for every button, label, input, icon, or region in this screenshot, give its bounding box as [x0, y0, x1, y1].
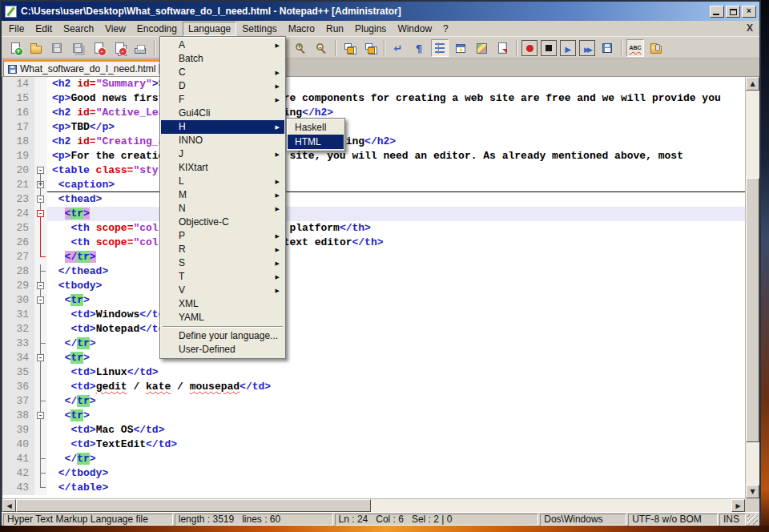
language-menu-item-f[interactable]: F▶ — [161, 93, 284, 107]
menubar-close-button[interactable]: X — [747, 22, 753, 34]
horizontal-scrollbar[interactable]: ◀ ▶ — [2, 498, 745, 512]
resize-grip[interactable] — [747, 514, 758, 525]
horizontal-scroll-thumb[interactable] — [16, 499, 371, 512]
status-encoding[interactable]: UTF-8 w/o BOM — [628, 514, 718, 526]
code-line-26[interactable]: 26 <th scope="col">Default / popular tex… — [2, 236, 745, 250]
language-menu-item-l[interactable]: L▶ — [161, 175, 284, 188]
code-line-19[interactable]: 19<p>For the creation and editing a web … — [2, 149, 745, 163]
code-line-43[interactable]: 43 </table> — [2, 481, 745, 495]
language-menu-item-r[interactable]: R▶ — [161, 243, 284, 256]
code-line-16[interactable]: 16<h2 id="Active_Learning">Active Learni… — [2, 106, 745, 120]
code-line-29[interactable]: 29- <tbody> — [2, 279, 745, 293]
fold-toggle[interactable]: - — [37, 167, 44, 174]
maximize-button[interactable] — [726, 6, 740, 18]
zoom-in-button[interactable] — [292, 39, 309, 57]
menu-item-language[interactable]: Language — [183, 22, 236, 36]
menu-item-view[interactable]: View — [99, 22, 131, 36]
code-line-42[interactable]: 42 </tbody> — [2, 466, 745, 481]
code-line-30[interactable]: 30- <tr> — [2, 293, 745, 308]
language-menu-item-v[interactable]: V▶ — [161, 284, 284, 297]
fold-toggle[interactable]: - — [37, 412, 44, 419]
fold-toggle[interactable]: - — [37, 296, 44, 304]
code-line-34[interactable]: 34- <tr> — [2, 351, 745, 365]
minimize-button[interactable] — [710, 6, 724, 18]
sync-horizontal-scroll-button[interactable] — [361, 39, 379, 57]
code-line-18[interactable]: 18<h2 id="Creating_and_editing">Creating… — [2, 135, 745, 149]
language-menu-item-c[interactable]: C▶ — [161, 66, 284, 79]
code-line-41[interactable]: 41 </tr> — [2, 452, 745, 466]
word-wrap-button[interactable] — [389, 39, 407, 57]
vertical-scrollbar[interactable]: ▲ ▼ — [745, 77, 759, 498]
fold-toggle[interactable]: - — [37, 210, 44, 217]
vertical-scroll-thumb[interactable] — [746, 178, 759, 442]
menu-item-encoding[interactable]: Encoding — [131, 22, 183, 36]
language-menu-item-gui4cli[interactable]: Gui4Cli — [161, 107, 284, 120]
submenu-item-html[interactable]: HTML — [288, 135, 344, 149]
menu-item-settings[interactable]: Settings — [236, 22, 282, 36]
language-menu-item-yaml[interactable]: YAML — [161, 311, 284, 324]
code-line-35[interactable]: 35 <td>Linux</td> — [2, 365, 745, 380]
code-line-20[interactable]: 20-<table class="styled"> — [2, 163, 745, 178]
spell-check-button[interactable]: ABC — [626, 39, 644, 57]
macro-run-multiple-button[interactable] — [579, 40, 595, 56]
scroll-down-button[interactable]: ▼ — [746, 485, 759, 498]
document-map-button[interactable] — [473, 39, 490, 57]
new-file-button[interactable] — [6, 39, 24, 57]
close-all-button[interactable] — [111, 39, 128, 57]
language-menu-item-xml[interactable]: XML — [161, 297, 284, 311]
code-line-39[interactable]: 39 <td>Mac OS</td> — [2, 423, 745, 437]
language-menu-item-inno[interactable]: INNO — [161, 134, 284, 147]
macro-stop-button[interactable] — [541, 40, 557, 56]
vertical-scroll-track[interactable] — [746, 91, 759, 485]
menu-item-macro[interactable]: Macro — [283, 22, 320, 36]
menu-item-edit[interactable]: Edit — [30, 22, 58, 36]
menu-item-run[interactable]: Run — [320, 22, 349, 36]
macro-record-button[interactable] — [521, 40, 537, 56]
close-file-button[interactable] — [90, 39, 107, 57]
indent-guide-button[interactable] — [431, 39, 449, 57]
language-menu-item-batch[interactable]: Batch — [161, 52, 284, 66]
print-button[interactable] — [131, 39, 149, 57]
language-menu-item-m[interactable]: M▶ — [161, 188, 284, 202]
language-menu-item-s[interactable]: S▶ — [161, 256, 284, 270]
code-line-38[interactable]: 38- <tr> — [2, 409, 745, 423]
scroll-left-button[interactable]: ◀ — [2, 499, 16, 512]
language-menu-item-h[interactable]: H▶ — [161, 120, 284, 134]
submenu-item-haskell[interactable]: Haskell — [288, 120, 344, 135]
editor-text-area[interactable]: 14<h2 id="Summary">Summary</h2>15<p>Good… — [2, 77, 745, 498]
code-line-17[interactable]: 17<p>TBD</p> — [2, 120, 745, 135]
macro-save-button[interactable] — [598, 39, 616, 57]
menu-item-file[interactable]: File — [3, 22, 30, 36]
scroll-up-button[interactable]: ▲ — [746, 77, 759, 91]
language-menu-item-j[interactable]: J▶ — [161, 147, 284, 161]
code-line-14[interactable]: 14<h2 id="Summary">Summary</h2> — [2, 77, 745, 91]
document-switcher-button[interactable] — [493, 39, 511, 57]
language-menu-item-d[interactable]: D▶ — [161, 79, 284, 93]
code-line-21[interactable]: 21+ <caption> — [2, 178, 745, 192]
code-line-37[interactable]: 37 </tr> — [2, 394, 745, 409]
scroll-right-button[interactable]: ▶ — [731, 499, 745, 512]
language-menu-item-t[interactable]: T▶ — [161, 270, 284, 284]
code-line-33[interactable]: 33 </tr> — [2, 337, 745, 351]
language-menu-item-n[interactable]: N▶ — [161, 202, 284, 216]
code-line-28[interactable]: 28 </thead> — [2, 264, 745, 279]
language-menu-item-define-your-language[interactable]: Define your language... — [161, 329, 284, 343]
horizontal-scroll-track[interactable] — [16, 499, 731, 512]
menu-item-search[interactable]: Search — [58, 22, 99, 36]
code-line-27[interactable]: 27 </tr> — [2, 250, 745, 264]
language-menu-item-a[interactable]: A▶ — [161, 38, 284, 52]
code-line-25[interactable]: 25 <th scope="col">Operating system / pl… — [2, 221, 745, 236]
menu-item-plugins[interactable]: Plugins — [349, 22, 392, 36]
tab-what-software-do-i-need[interactable]: What_software_do_I_need.html ✕ — [3, 59, 173, 76]
sync-vertical-scroll-button[interactable] — [340, 39, 358, 57]
function-list-button[interactable] — [452, 39, 469, 57]
menu-item-window[interactable]: Window — [392, 22, 437, 36]
fold-toggle[interactable]: - — [37, 195, 44, 203]
open-containing-folder-button[interactable] — [647, 39, 665, 57]
code-line-36[interactable]: 36 <td>gedit / kate / mousepad</td> — [2, 380, 745, 394]
show-all-characters-button[interactable] — [410, 39, 428, 57]
status-eol-format[interactable]: Dos\Windows — [540, 514, 626, 526]
macro-play-button[interactable] — [560, 40, 576, 56]
language-menu-item-p[interactable]: P▶ — [161, 229, 284, 243]
language-menu-item-user-defined[interactable]: User-Defined — [161, 343, 284, 357]
